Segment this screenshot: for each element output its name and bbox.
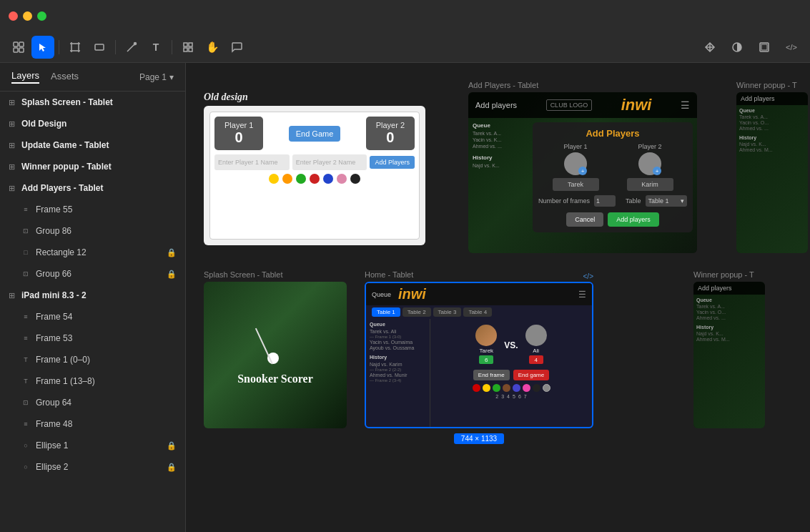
text-tool[interactable]: T bbox=[144, 36, 167, 59]
ball-green bbox=[493, 384, 500, 392]
canvas[interactable]: Old design Player 1 0 End Game Player 2 bbox=[186, 63, 810, 532]
add-players-modal: Add Players Player 1 + bbox=[533, 122, 693, 232]
tab-table4[interactable]: Table 4 bbox=[463, 307, 492, 317]
svg-rect-13 bbox=[95, 44, 104, 50]
splash-graphic bbox=[272, 325, 279, 364]
player2-name-input[interactable] bbox=[627, 178, 673, 191]
svg-rect-16 bbox=[189, 43, 192, 46]
player1-name-input[interactable] bbox=[553, 178, 599, 191]
sidebar-item-ellipse-2[interactable]: ○ Ellipse 2 🔒 bbox=[0, 456, 185, 478]
player2-label: Player 2 bbox=[376, 121, 405, 129]
winner-popup-label: Winner popup - T bbox=[736, 81, 808, 89]
add-players-button[interactable]: Add Players bbox=[370, 156, 415, 169]
old-design-frame-group: Old design Player 1 0 End Game Player 2 bbox=[204, 92, 425, 245]
close-button[interactable] bbox=[9, 11, 18, 21]
sidebar-item-old-design[interactable]: ⊞ Old Design bbox=[0, 113, 185, 134]
sidebar-item-ellipse-1[interactable]: ○ Ellipse 1 🔒 bbox=[0, 435, 185, 456]
pen-tool[interactable] bbox=[120, 36, 143, 59]
lock-icon: 🔒 bbox=[167, 441, 177, 450]
add-players-modal-button[interactable]: Add players bbox=[608, 212, 659, 227]
select-group-tool[interactable] bbox=[7, 36, 30, 59]
sidebar-item-ipad-mini[interactable]: ⊞ iPad mini 8.3 - 2 bbox=[0, 285, 185, 306]
frame-icon: ⊞ bbox=[6, 184, 17, 193]
winner-popup-partial-group: Winner popup - T Add players Queue Tarek… bbox=[736, 81, 808, 253]
count-6: 7 bbox=[524, 394, 527, 399]
layer-label: Group 66 bbox=[36, 269, 162, 279]
player1-label: Player 1 bbox=[553, 143, 599, 150]
frames-input[interactable] bbox=[594, 195, 616, 207]
player2-input[interactable]: Enter Player 2 Name bbox=[292, 154, 367, 170]
tab-table3[interactable]: Table 3 bbox=[433, 307, 462, 317]
toolbar: T ✋ bbox=[0, 31, 810, 63]
sidebar-item-frame-1-13-8[interactable]: T Frame 1 (13–8) bbox=[0, 370, 185, 392]
player1-label: Player 1 bbox=[224, 121, 253, 129]
comment-tool[interactable] bbox=[225, 36, 248, 59]
list-icon: ≡ bbox=[20, 420, 31, 428]
sidebar-item-frame-48[interactable]: ≡ Frame 48 bbox=[0, 413, 185, 435]
player2-card: Player 2 0 bbox=[366, 117, 415, 150]
sidebar-item-frame-54[interactable]: ≡ Frame 54 bbox=[0, 306, 185, 327]
chevron-down-icon: ▾ bbox=[681, 197, 684, 205]
player-input-row: Enter Player 1 Name Enter Player 2 Name … bbox=[214, 154, 415, 170]
layer-label: Frame 53 bbox=[36, 333, 177, 343]
hand-tool[interactable]: ✋ bbox=[201, 36, 224, 59]
end-frame-button[interactable]: End frame bbox=[473, 370, 510, 380]
list-icon: ≡ bbox=[20, 206, 31, 213]
layer-label: Add Players - Tablet bbox=[21, 183, 177, 193]
sidebar-item-winner-popup-tablet[interactable]: ⊞ Winner popup - Tablet bbox=[0, 156, 185, 177]
code-tool[interactable]: </> bbox=[780, 36, 803, 59]
history-label: History bbox=[473, 154, 530, 161]
sidebar-item-frame-53[interactable]: ≡ Frame 53 bbox=[0, 327, 185, 349]
player1-avatar-home bbox=[475, 325, 497, 346]
maximize-button[interactable] bbox=[37, 11, 46, 21]
home-queue-3: Ayoub vs. Oussama bbox=[370, 345, 426, 350]
contrast-tool[interactable] bbox=[726, 36, 749, 59]
color-blue bbox=[323, 174, 333, 184]
table-selector[interactable]: Table 1 ▾ bbox=[646, 195, 687, 207]
end-game-button[interactable]: End Game bbox=[289, 126, 341, 142]
sidebar-item-group-66[interactable]: ⊡ Group 66 🔒 bbox=[0, 263, 185, 285]
avatar-img bbox=[475, 325, 497, 346]
sidebar-item-frame-55[interactable]: ≡ Frame 55 bbox=[0, 199, 185, 220]
sidebar: Layers Assets Page 1 ▾ ⊞ Splash Screen -… bbox=[0, 63, 186, 532]
list-icon: ≡ bbox=[20, 313, 31, 320]
end-game-button-home[interactable]: End game bbox=[513, 370, 549, 380]
sidebar-item-group-86-1[interactable]: ⊡ Group 86 bbox=[0, 220, 185, 242]
tab-table2[interactable]: Table 2 bbox=[402, 307, 431, 317]
home-game-area: Tarek 6 VS. Ali 4 bbox=[430, 319, 592, 428]
tool-separator-2 bbox=[115, 40, 116, 54]
count-2: 3 bbox=[501, 394, 504, 399]
sidebar-item-add-players-tablet[interactable]: ⊞ Add Players - Tablet bbox=[0, 177, 185, 199]
minimize-button[interactable] bbox=[23, 11, 32, 21]
sidebar-item-update-game-tablet[interactable]: ⊞ Update Game - Tablet bbox=[0, 134, 185, 156]
size-indicator-wrapper: 532 × 810 bbox=[365, 433, 593, 443]
tab-layers[interactable]: Layers bbox=[11, 70, 39, 84]
count-3: 4 bbox=[507, 394, 510, 399]
pointer-tool[interactable] bbox=[31, 36, 54, 59]
page-selector[interactable]: Page 1 ▾ bbox=[139, 72, 174, 82]
cancel-button[interactable]: Cancel bbox=[566, 212, 603, 227]
shape-tool[interactable] bbox=[88, 36, 111, 59]
winner-b-q2: Yacin vs. O... bbox=[696, 310, 762, 315]
grid-tool[interactable] bbox=[698, 36, 721, 59]
winner-queue-2: Yacin vs. O... bbox=[739, 120, 805, 125]
home-main-area: Queue Tarek vs. Ali — Frame 1 (3-0) Yaci… bbox=[366, 319, 592, 428]
share-tool[interactable] bbox=[753, 36, 776, 59]
tab-table1[interactable]: Table 1 bbox=[372, 307, 400, 317]
sidebar-item-group-64[interactable]: ⊡ Group 64 bbox=[0, 392, 185, 413]
sidebar-item-rectangle-12[interactable]: □ Rectangle 12 🔒 bbox=[0, 242, 185, 263]
player1-input[interactable]: Enter Player 1 Name bbox=[214, 154, 290, 170]
svg-point-14 bbox=[134, 42, 137, 44]
sidebar-item-splash-screen-tablet[interactable]: ⊞ Splash Screen - Tablet bbox=[0, 92, 185, 113]
layer-label: Old Design bbox=[21, 119, 177, 129]
old-design-phone: Player 1 0 End Game Player 2 0 Enter Pla… bbox=[209, 112, 420, 240]
layer-label: Winner popup - Tablet bbox=[21, 162, 177, 172]
tab-assets[interactable]: Assets bbox=[51, 71, 79, 83]
component-tool[interactable] bbox=[177, 36, 199, 59]
player2-add-icon: + bbox=[653, 167, 661, 175]
add-players-body: Queue Tarek vs. A... Yacin vs. K... Ahme… bbox=[468, 118, 697, 237]
color-red bbox=[310, 174, 320, 184]
sidebar-item-frame-1-0-0[interactable]: T Frame 1 (0–0) bbox=[0, 349, 185, 370]
winner-bottom-content: Add players Queue Tarek vs. A... Yacin v… bbox=[693, 282, 765, 428]
frame-tool[interactable] bbox=[64, 36, 87, 59]
